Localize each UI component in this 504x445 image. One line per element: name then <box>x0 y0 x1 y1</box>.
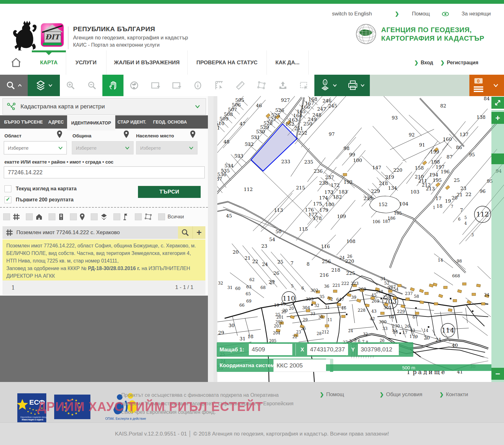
tab-proverka[interactable]: ПРОВЕРКА НА СТАТУС <box>187 50 267 75</box>
footer-terms-link[interactable]: ❯Общи условия <box>380 391 422 398</box>
legend-button[interactable] <box>314 75 342 96</box>
switch-language-link[interactable]: switch to English <box>332 11 372 17</box>
svg-text:162: 162 <box>285 121 295 127</box>
filter-parcel-checkbox[interactable] <box>3 213 10 220</box>
world-extent-button[interactable] <box>123 75 145 96</box>
result-header-row[interactable]: Поземлен имот 77246.14.222 с. Хераково + <box>3 226 205 239</box>
oblast-label: Област <box>4 133 21 138</box>
filter-building-checkbox[interactable] <box>26 213 33 220</box>
svg-text:175: 175 <box>313 201 322 207</box>
tab-identifikator[interactable]: ИДЕНТИФИКАТОР <box>67 115 115 130</box>
result-zoom-button[interactable] <box>178 226 192 239</box>
ekatte-input[interactable] <box>4 166 205 178</box>
login-link[interactable]: ❯Вход <box>414 50 433 75</box>
help-link[interactable]: ❯Помощ <box>384 11 430 17</box>
caret-down-icon <box>58 147 63 149</box>
svg-text:192: 192 <box>344 179 353 185</box>
tab-geod-osnova[interactable]: ГЕОД. ОСНОВА <box>149 115 191 129</box>
coord-system-input[interactable] <box>273 359 330 372</box>
agency-watermark-text: ДРИЙМ ХАУС ТИЙМ РИЪЛ ЕСТЕЙТ <box>37 400 263 414</box>
zoom-in-tool-button[interactable] <box>60 75 82 96</box>
register-link[interactable]: ❯Регистрация <box>440 50 478 75</box>
tab-kak-da[interactable]: КАК ДА... <box>266 50 309 75</box>
info-tool-button[interactable] <box>187 75 209 96</box>
measure-area-button[interactable] <box>209 75 230 96</box>
svg-text:530: 530 <box>256 129 265 135</box>
footer-contacts-link[interactable]: ❯Контакти <box>439 391 468 398</box>
cadastral-map[interactable]: 5055065075085095105114647489275265255275… <box>214 96 504 382</box>
tab-barzo-tarsene[interactable]: БЪРЗО ТЪРСЕНЕ <box>0 115 47 129</box>
svg-text:230: 230 <box>392 324 400 328</box>
zoom-window-in-button[interactable] <box>145 75 166 96</box>
layer-select[interactable]: Кадастрална карта и регистри <box>3 98 206 115</box>
obshtina-select[interactable]: Изберете <box>72 141 134 154</box>
svg-text:108: 108 <box>346 239 356 244</box>
first200-checkbox[interactable] <box>4 196 11 203</box>
cart-button[interactable]: 0 <box>469 75 488 96</box>
filter-address-checkbox[interactable] <box>70 213 77 220</box>
svg-text:29: 29 <box>218 330 224 336</box>
tab-uslugi[interactable]: УСЛУГИ <box>66 50 106 75</box>
svg-text:98: 98 <box>457 259 462 263</box>
current-view-checkbox-row[interactable]: Текущ изглед на картата <box>4 185 77 192</box>
select-region-button[interactable] <box>293 75 315 96</box>
parcel-grid-icon <box>13 213 20 221</box>
svg-text:14: 14 <box>423 328 428 333</box>
svg-text:26: 26 <box>347 254 352 259</box>
scale-input[interactable] <box>249 344 292 355</box>
search-button[interactable]: ТЪРСИ <box>138 186 201 198</box>
svg-text:109: 109 <box>337 214 346 219</box>
filter-geopoint-checkbox[interactable] <box>113 213 120 220</box>
naseleno-myasto-label: Населено място <box>136 133 174 138</box>
layers-tool-button[interactable] <box>28 75 60 96</box>
map-left-scrollbar[interactable] <box>214 96 217 382</box>
cart-expand-button[interactable] <box>487 75 504 96</box>
zoom-slider-track[interactable]: + − <box>491 110 504 382</box>
svg-text:8: 8 <box>306 261 310 267</box>
svg-text:303: 303 <box>306 297 314 302</box>
zoom-slider-handle[interactable] <box>491 153 504 164</box>
republic-title: РЕПУБЛИКА БЪЛГАРИЯ <box>73 25 188 33</box>
fullscreen-button[interactable] <box>491 97 504 109</box>
result-add-button[interactable]: + <box>192 226 205 239</box>
svg-text:32: 32 <box>314 303 319 308</box>
oblast-select[interactable]: Изберете <box>4 141 67 154</box>
filter-zone-checkbox[interactable] <box>135 213 142 220</box>
chevron-right-icon: ❯ <box>395 11 399 16</box>
y-coordinate-input[interactable] <box>358 344 399 355</box>
tab-karta[interactable]: КАРТА <box>32 50 66 75</box>
svg-text:25: 25 <box>277 259 283 265</box>
upload-button[interactable] <box>272 75 294 96</box>
filter-layers-checkbox[interactable] <box>91 213 98 220</box>
tab-adres[interactable]: АДРЕС <box>44 115 68 129</box>
svg-text:533: 533 <box>234 153 243 159</box>
search-tool-button[interactable] <box>0 75 28 96</box>
tab-star-ident[interactable]: СТАР ИДЕНТ. <box>113 115 150 129</box>
select-rect-icon <box>299 80 309 90</box>
filter-block-checkbox[interactable] <box>49 213 55 220</box>
home-button[interactable] <box>0 50 32 75</box>
svg-text:29: 29 <box>303 318 307 322</box>
draw-polygon-button[interactable] <box>251 75 272 96</box>
map-viewport[interactable]: 5055065075085095105114647489275265255275… <box>214 96 504 382</box>
caret-down-icon <box>493 84 498 87</box>
current-view-checkbox[interactable] <box>4 185 11 192</box>
accessibility-link[interactable]: За незрящи <box>442 11 491 17</box>
svg-text:26: 26 <box>405 324 410 329</box>
first200-checkbox-row[interactable]: Първите 200 резултата <box>4 196 73 203</box>
filter-all-checkbox[interactable] <box>158 213 165 220</box>
zoom-in-button[interactable]: + <box>491 112 504 124</box>
svg-text:216: 216 <box>320 272 329 278</box>
svg-text:33: 33 <box>310 312 315 316</box>
zoom-out-tool-button[interactable] <box>81 75 103 96</box>
zoom-out-button[interactable]: − <box>491 368 504 380</box>
naseleno-myasto-select[interactable]: Изберете <box>136 141 198 154</box>
pan-tool-button[interactable] <box>102 75 124 96</box>
page-number[interactable]: 1 <box>11 284 15 291</box>
tab-zhalbi[interactable]: ЖАЛБИ И ВЪЗРАЖЕНИЯ <box>106 50 188 75</box>
x-coordinate-input[interactable] <box>307 344 348 355</box>
zoom-window-out-button[interactable] <box>166 75 187 96</box>
measure-distance-button[interactable] <box>230 75 251 96</box>
footer-help-link[interactable]: ❯Помощ <box>320 391 344 398</box>
print-button[interactable] <box>342 75 370 96</box>
